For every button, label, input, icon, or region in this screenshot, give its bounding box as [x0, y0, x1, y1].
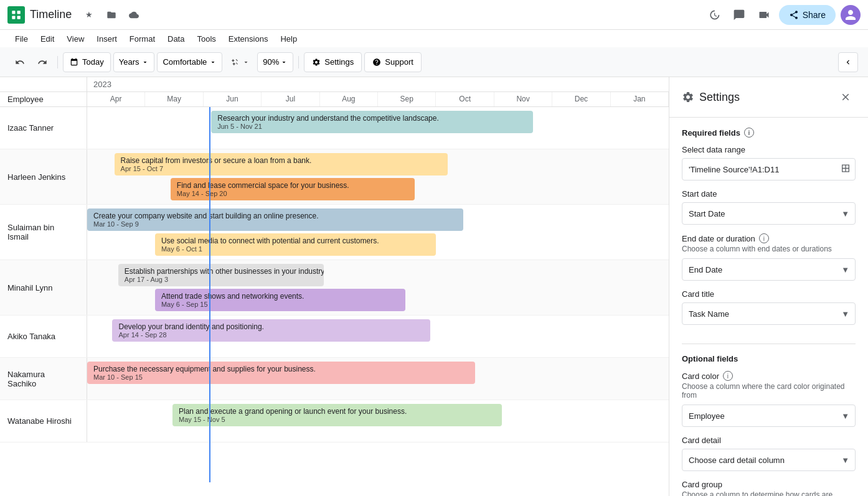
zoom-label: 90%: [263, 57, 279, 67]
tl-label-col-header: [0, 77, 87, 91]
row-label-4: Akiko Tanaka: [0, 316, 87, 357]
user-avatar[interactable]: [841, 5, 861, 25]
card-color-select[interactable]: Employee: [682, 405, 856, 427]
start-date-label: Start date: [682, 189, 856, 199]
timeline-bar[interactable]: Purchase the necessary equipment and sup…: [87, 362, 475, 384]
cloud-icon[interactable]: [124, 5, 144, 25]
gantt-body[interactable]: Izaac TannerResearch your industry and u…: [0, 107, 669, 482]
card-detail-select[interactable]: Choose card detail column: [682, 449, 856, 471]
card-group-label: Card group: [682, 480, 856, 489]
redo-button[interactable]: [32, 52, 52, 72]
card-title-select[interactable]: Task Name: [682, 302, 856, 325]
timeline-bar[interactable]: Find and lease commercial space for your…: [171, 178, 415, 200]
row-bars-2: Create your company website and start bu…: [87, 205, 669, 260]
support-button[interactable]: Support: [364, 52, 422, 72]
timeline-bar[interactable]: Use social media to connect with potenti…: [155, 233, 436, 256]
bar-dates: Mar 10 - Sep 15: [93, 373, 469, 381]
settings-toolbar-button[interactable]: Settings: [304, 52, 362, 72]
row-label-6: Watanabe Hiroshi: [0, 400, 87, 442]
end-date-select[interactable]: End Date: [682, 258, 856, 281]
menu-tools[interactable]: Tools: [192, 33, 220, 45]
timeline-bar[interactable]: Plan and execute a grand opening or laun…: [172, 404, 502, 426]
bar-dates: Apr 14 - Sep 28: [118, 331, 424, 339]
toolbar-divider-1: [57, 56, 58, 68]
grid-icon[interactable]: [841, 164, 851, 175]
bar-title: Find and lease commercial space for your…: [177, 181, 408, 190]
toolbar-divider-2: [298, 56, 299, 68]
svg-rect-3: [17, 16, 21, 19]
timeline-bar[interactable]: Attend trade shows and networking events…: [155, 289, 405, 311]
month-col-jan: Jan: [611, 92, 669, 106]
years-dropdown[interactable]: Years: [113, 52, 155, 72]
bar-title: Research your industry and understand th…: [217, 114, 527, 123]
bar-dates: May 6 - Oct 1: [161, 245, 430, 253]
menu-data[interactable]: Data: [163, 33, 189, 45]
top-bar-right: Share: [704, 5, 861, 25]
month-col-sep: Sep: [378, 92, 436, 106]
bar-dates: Mar 10 - Sep 9: [93, 220, 457, 228]
folder-icon[interactable]: [101, 5, 121, 25]
comfortable-dropdown[interactable]: Comfortable: [157, 52, 222, 72]
timeline-bar[interactable]: Research your industry and understand th…: [211, 111, 533, 133]
card-group-sublabel: Choose a column to determine how cards a…: [682, 490, 856, 496]
required-fields-section: Required fields i Select data range Star…: [669, 118, 868, 344]
timeline-bar[interactable]: Establish partnerships with other busine…: [118, 264, 324, 286]
history-icon[interactable]: [704, 5, 724, 25]
svg-rect-2: [12, 16, 15, 19]
fit-width-button[interactable]: [225, 52, 255, 72]
months-spacer: Employee: [0, 92, 87, 106]
gantt-row: Sulaiman bin IsmailCreate your company w…: [0, 205, 669, 260]
row-label-5: Nakamura Sachiko: [0, 358, 87, 400]
collapse-panel-button[interactable]: [838, 52, 858, 72]
bar-dates: May 15 - Nov 5: [179, 416, 496, 423]
comments-icon[interactable]: [729, 5, 749, 25]
end-date-info-icon[interactable]: i: [759, 233, 769, 243]
card-color-info-icon[interactable]: i: [723, 371, 733, 381]
zoom-dropdown[interactable]: 90%: [257, 52, 293, 72]
app-title: Timeline: [30, 8, 72, 21]
star-icon[interactable]: ★: [79, 5, 99, 25]
data-range-label: Select data range: [682, 145, 856, 154]
required-fields-title: Required fields i: [682, 128, 856, 138]
bar-dates: May 14 - Sep 20: [177, 190, 408, 197]
row-bars-5: Purchase the necessary equipment and sup…: [87, 358, 669, 400]
start-date-select[interactable]: Start Date: [682, 202, 856, 225]
undo-button[interactable]: [10, 52, 30, 72]
card-color-wrap: Employee ▼: [682, 405, 856, 427]
required-info-icon[interactable]: i: [744, 128, 754, 138]
settings-gear-icon: [682, 91, 694, 103]
menu-extensions[interactable]: Extensions: [224, 33, 273, 45]
end-date-wrap: End Date ▼: [682, 258, 856, 281]
bar-dates: Apr 17 - Aug 3: [125, 276, 318, 283]
menu-file[interactable]: File: [10, 33, 33, 45]
svg-rect-1: [17, 11, 21, 14]
timeline-bar[interactable]: Raise capital from investors or secure a…: [115, 153, 448, 175]
menu-format[interactable]: Format: [125, 33, 160, 45]
menu-help[interactable]: Help: [275, 33, 302, 45]
meet-icon[interactable]: [754, 5, 774, 25]
month-col-jul: Jul: [262, 92, 319, 106]
months-inner: AprMayJunJulAugSepOctNovDecJan: [87, 92, 669, 106]
timeline-year: 2023: [87, 77, 669, 91]
gantt-row: Watanabe HiroshiPlan and execute a grand…: [0, 400, 669, 442]
month-col-nov: Nov: [494, 92, 552, 106]
card-color-sublabel: Choose a column where the card color ori…: [682, 382, 856, 400]
bar-title: Plan and execute a grand opening or laun…: [179, 407, 496, 416]
settings-close-button[interactable]: [836, 87, 856, 107]
menu-edit[interactable]: Edit: [35, 33, 59, 45]
menu-insert[interactable]: Insert: [92, 33, 122, 45]
menu-bar: File Edit View Insert Format Data Tools …: [0, 30, 868, 47]
share-button[interactable]: Share: [779, 5, 836, 25]
row-label-3: Minahil Lynn: [0, 260, 87, 315]
card-detail-wrap: Choose card detail column ▼: [682, 449, 856, 471]
bar-title: Attend trade shows and networking events…: [161, 292, 399, 301]
top-bar: Timeline ★ Share: [0, 0, 868, 30]
timeline-bar[interactable]: Develop your brand identity and position…: [112, 319, 430, 342]
menu-view[interactable]: View: [62, 33, 89, 45]
gantt-row: Nakamura SachikoPurchase the necessary e…: [0, 358, 669, 400]
settings-panel-title: Settings: [682, 91, 740, 104]
year-label: 2023: [87, 80, 111, 89]
timeline-bar[interactable]: Create your company website and start bu…: [87, 208, 463, 231]
today-button[interactable]: Today: [63, 52, 111, 72]
data-range-input[interactable]: [682, 158, 856, 180]
